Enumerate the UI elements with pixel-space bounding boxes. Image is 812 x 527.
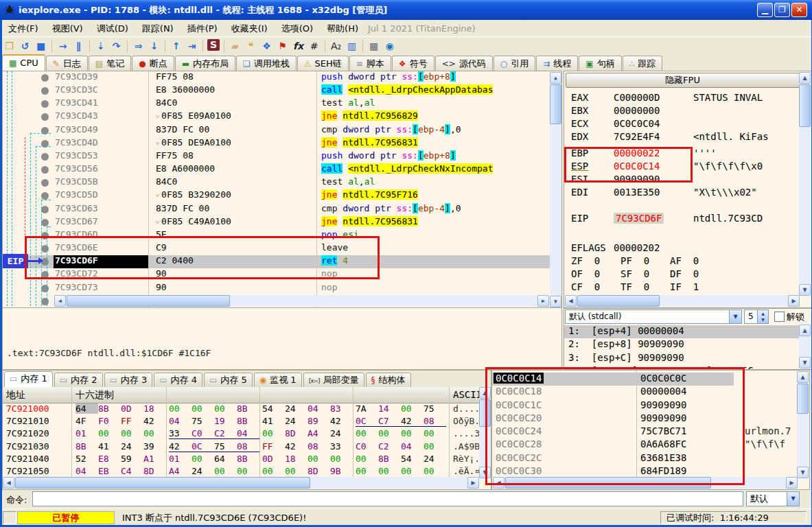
scroll-right-icon[interactable]: ▶ — [467, 477, 479, 489]
tab-memory-map[interactable]: ▬内存布局 — [175, 56, 235, 71]
scroll-up-icon[interactable]: ▲ — [799, 325, 811, 336]
scroll-down-icon[interactable]: ▼ — [799, 357, 811, 368]
registers-vscrollbar[interactable]: ▲ ▼ — [799, 72, 811, 296]
run-to-user-code-icon[interactable]: ⇥ — [184, 38, 200, 54]
menu-item[interactable]: 选项(O) — [275, 20, 320, 36]
disasm-row[interactable]: 7C93CD49837D FC 00cmp dword ptr ss:[ebp-… — [3, 124, 561, 137]
scroll-right-icon[interactable]: ▶ — [786, 477, 798, 489]
flags-row[interactable]: OF 0SF 0DF 0 — [564, 268, 800, 281]
font-icon[interactable]: A₂ — [328, 38, 344, 54]
minimize-button[interactable]: ▁ — [757, 3, 773, 17]
scroll-down-icon[interactable]: ▼ — [479, 467, 491, 478]
restart-icon[interactable]: ↺ — [17, 38, 33, 54]
stack-row[interactable]: 0C0C0C2090909090 — [492, 412, 797, 425]
flags-row[interactable]: ZF 0PF 0AF 0 — [564, 255, 800, 268]
tab-notes[interactable]: ▤笔记 — [89, 56, 131, 71]
stack-row[interactable]: 0C0C0C2475C7BC71urlmon.7 — [492, 425, 797, 438]
command-input[interactable] — [32, 491, 743, 506]
dump-tab-内存-2[interactable]: ▭内存 2 — [54, 373, 103, 388]
argument-row[interactable]: 3: [esp+C] 90909090 — [564, 352, 800, 365]
tab-cpu[interactable]: ▦CPU — [2, 54, 45, 71]
register-row[interactable]: ESI90909090 — [564, 174, 800, 187]
chevron-down-icon[interactable]: ▼ — [729, 310, 741, 323]
stack-vscrollbar[interactable]: ▲ ▼ — [797, 371, 809, 478]
argument-row[interactable]: 4: [esp+10] 75C7BC71 urlmon.75C — [564, 365, 800, 370]
script-s-icon[interactable]: S — [207, 39, 220, 51]
stack-row[interactable]: 0C0C0C140C0C0C0C — [492, 373, 797, 386]
step-over-icon[interactable]: ↷ — [108, 38, 124, 54]
tab-log[interactable]: ✎日志 — [46, 56, 88, 71]
register-row[interactable]: EBX00000000 — [564, 105, 800, 118]
register-row[interactable]: EAXC000000DSTATUS_INVAL — [564, 92, 800, 105]
pause-icon[interactable]: ∥ — [71, 38, 86, 54]
scroll-up-icon[interactable]: ▲ — [550, 72, 561, 84]
function-icon[interactable]: fx — [290, 38, 306, 54]
tab-trace[interactable]: ∴跟踪 — [623, 56, 663, 71]
disasm-row[interactable]: 7C93CD6D5Epop esi — [3, 229, 561, 242]
dump-hscrollbar[interactable]: ◀ ▶ — [3, 477, 479, 489]
advance-icon[interactable]: ⇒ — [130, 38, 146, 54]
dump-tab-内存-3[interactable]: ▭内存 3 — [104, 373, 153, 388]
scroll-left-icon[interactable]: ◀ — [3, 477, 14, 489]
disasm-hscrollbar[interactable]: ◀ ▶ — [54, 295, 549, 307]
execute-till-return-icon[interactable]: ↑ — [168, 38, 184, 54]
menu-item[interactable]: 收藏夹(I) — [224, 20, 275, 36]
stop-icon[interactable]: ■ — [33, 38, 49, 54]
step-down-icon[interactable]: ↓ — [146, 38, 162, 54]
scroll-up-icon[interactable]: ▲ — [799, 72, 811, 84]
disasm-row[interactable]: 7C93CD43˅0F85 E09A0100jne ntdll.7C956829 — [3, 110, 561, 124]
disasm-row[interactable]: 7C93CD6EC9leave — [3, 242, 561, 255]
scroll-thumb[interactable] — [797, 384, 809, 414]
send-data-icon[interactable]: ▥ — [344, 38, 360, 54]
scroll-thumb[interactable] — [479, 399, 491, 427]
menu-item[interactable]: 视图(V) — [45, 20, 90, 36]
registers-hscrollbar[interactable]: ◀ ▶ — [565, 295, 800, 307]
tab-threads[interactable]: ⇉线程 — [536, 56, 578, 71]
menu-item[interactable]: 文件(F) — [1, 20, 45, 36]
stack-row[interactable]: 0C0C0C1C90909090 — [492, 399, 797, 412]
tab-handles[interactable]: ▣句柄 — [579, 56, 621, 71]
dump-tab-监视-1[interactable]: ◉监视 1 — [254, 373, 302, 388]
scroll-thumb[interactable] — [15, 477, 310, 489]
bookmark-icon[interactable]: ⚑ — [275, 38, 290, 54]
menu-item[interactable]: 插件(P) — [181, 20, 224, 36]
scroll-thumb[interactable] — [550, 84, 561, 124]
disasm-row[interactable]: 7C93CD5D˅0F85 B3290200jne ntdll.7C95F716 — [3, 189, 561, 202]
register-row[interactable]: EDX7C92E4F4<ntdll._KiFas — [564, 131, 800, 144]
dump-vscrollbar[interactable]: ▲ ▼ — [479, 387, 491, 478]
scroll-left-icon[interactable]: ◀ — [565, 295, 577, 307]
chevron-down-icon[interactable]: ▼ — [787, 492, 799, 506]
maximize-button[interactable]: ❐ — [774, 3, 790, 17]
dump-row[interactable]: 7C921000648B0D180000008B542404837A140075… — [3, 403, 479, 416]
close-button[interactable]: ✕ — [791, 3, 807, 17]
tab-symbols[interactable]: ❖符号 — [392, 56, 434, 71]
scroll-down-icon[interactable]: ▼ — [799, 284, 811, 296]
scroll-down-icon[interactable]: ▼ — [797, 467, 809, 478]
scroll-thumb[interactable] — [67, 295, 230, 307]
command-profile-select[interactable]: 默认 ▼ — [746, 491, 800, 506]
scroll-up-icon[interactable]: ▲ — [797, 371, 809, 383]
tab-breakpoints[interactable]: ●断点 — [132, 56, 174, 71]
disasm-row[interactable]: 7C93CD63837D FC 00cmp dword ptr ss:[ebp-… — [3, 203, 561, 216]
register-row[interactable]: EFLAGS00000202 — [564, 242, 800, 255]
disasm-row[interactable]: 7C93CD53FF75 08push dword ptr ss:[ebp+8] — [3, 150, 561, 163]
disasm-row[interactable]: 7C93CD3CE8 36000000call <ntdll._LdrpChec… — [3, 84, 561, 97]
disasm-row[interactable]: 7C93CD7290nop — [3, 268, 561, 281]
dump-tab-局部变量[interactable]: [x=]局部变量 — [303, 373, 364, 388]
tab-source[interactable]: <>源代码 — [435, 56, 493, 71]
scroll-thumb[interactable] — [799, 84, 811, 127]
tab-seh-chain[interactable]: ⚠SEH链 — [297, 56, 349, 71]
register-row[interactable]: EIP7C93CD6Fntdll.7C93CD — [564, 213, 800, 226]
register-row[interactable]: EBP00000022'''' — [564, 148, 800, 161]
disasm-row[interactable]: 7C93CD39FF75 08push dword ptr ss:[ebp+8] — [3, 71, 561, 84]
dump-tab-内存-1[interactable]: ▭内存 1 — [4, 371, 53, 388]
dump-tab-结构体[interactable]: §结构体 — [366, 373, 411, 388]
tab-references[interactable]: ○引用 — [494, 56, 535, 71]
stack-row[interactable]: 0C0C0C280A6A68FC"\f\f\f — [492, 438, 797, 452]
disasm-row[interactable]: 7C93CD4D˅0F85 DE9A0100jne ntdll.7C956831 — [3, 137, 561, 150]
tab-call-stack[interactable]: ❏调用堆栈 — [236, 56, 297, 71]
argument-row[interactable]: 1: [esp+4] 00000004 — [564, 325, 800, 338]
step-into-icon[interactable]: ⇣ — [93, 38, 108, 54]
dump-row[interactable]: 7C92104052E859A10100648B0D180000008B5424… — [3, 454, 479, 466]
disasm-row[interactable]: 7C93CD4184C0test al,al — [3, 97, 561, 110]
